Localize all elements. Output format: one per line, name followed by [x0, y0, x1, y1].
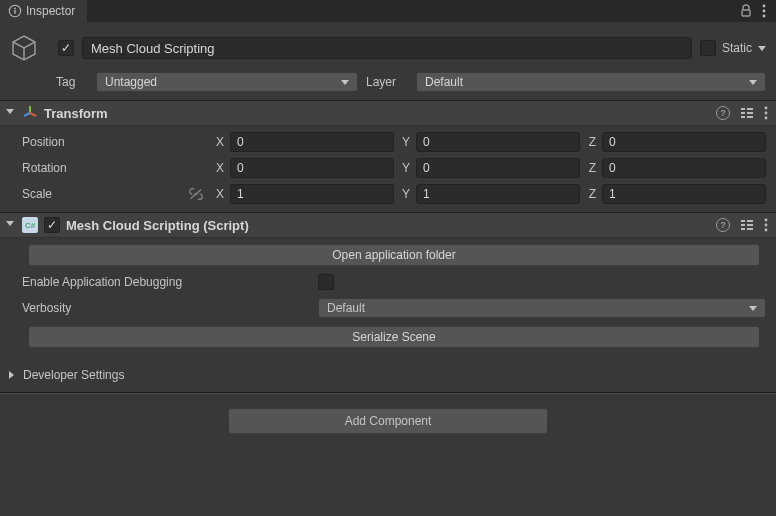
svg-rect-20: [741, 220, 745, 222]
svg-rect-13: [747, 108, 753, 110]
svg-rect-24: [747, 224, 753, 226]
static-dropdown-icon[interactable]: [758, 46, 766, 51]
verbosity-label: Verbosity: [22, 301, 318, 315]
script-enable-checkbox[interactable]: [44, 217, 60, 233]
script-body: Open application folder Enable Applicati…: [0, 238, 776, 358]
layer-value: Default: [425, 75, 463, 89]
script-title: Mesh Cloud Scripting (Script): [66, 218, 710, 233]
scale-row: Scale X Y Z: [22, 184, 766, 204]
tag-dropdown[interactable]: Untagged: [96, 72, 358, 92]
constrain-icon[interactable]: [188, 187, 204, 201]
foldout-icon: [6, 109, 14, 118]
transform-title: Transform: [44, 106, 710, 121]
developer-settings-label: Developer Settings: [23, 368, 124, 382]
footer: Add Component: [0, 393, 776, 448]
scale-label: Scale: [22, 187, 188, 201]
tag-label: Tag: [56, 75, 88, 89]
svg-rect-10: [741, 108, 745, 110]
scale-x-input[interactable]: [230, 184, 394, 204]
foldout-icon: [9, 371, 14, 379]
info-icon: [8, 4, 22, 18]
static-label: Static: [722, 41, 752, 55]
layer-dropdown[interactable]: Default: [416, 72, 766, 92]
svg-point-4: [763, 5, 766, 8]
chevron-down-icon: [749, 80, 757, 85]
preset-icon[interactable]: [740, 106, 754, 120]
svg-point-1: [14, 8, 16, 10]
svg-rect-23: [747, 220, 753, 222]
static-checkbox[interactable]: [700, 40, 716, 56]
tab-bar: Inspector: [0, 0, 776, 22]
csharp-script-icon: C#: [22, 217, 38, 233]
svg-point-16: [765, 107, 768, 110]
gameobject-header: Static Tag Untagged Layer Default: [0, 22, 776, 100]
preset-icon[interactable]: [740, 218, 754, 232]
help-icon[interactable]: ?: [716, 106, 730, 120]
layer-label: Layer: [366, 75, 408, 89]
svg-point-26: [765, 219, 768, 222]
svg-line-8: [30, 113, 36, 116]
svg-rect-21: [741, 224, 745, 226]
inspector-tab[interactable]: Inspector: [0, 0, 88, 22]
svg-rect-22: [741, 228, 745, 230]
enable-debug-checkbox[interactable]: [318, 274, 334, 290]
rotation-row: Rotation X Y Z: [22, 158, 766, 178]
scale-z-input[interactable]: [602, 184, 766, 204]
position-y-input[interactable]: [416, 132, 580, 152]
open-app-folder-button[interactable]: Open application folder: [28, 244, 760, 266]
chevron-down-icon: [341, 80, 349, 85]
svg-rect-25: [747, 228, 753, 230]
svg-point-17: [765, 112, 768, 115]
inspector-tab-label: Inspector: [26, 4, 75, 18]
rotation-y-input[interactable]: [416, 158, 580, 178]
rotation-z-input[interactable]: [602, 158, 766, 178]
lock-icon[interactable]: [740, 4, 752, 18]
svg-point-18: [765, 117, 768, 120]
tag-value: Untagged: [105, 75, 157, 89]
chevron-down-icon: [749, 306, 757, 311]
svg-rect-12: [741, 116, 745, 118]
position-label: Position: [22, 135, 190, 149]
transform-icon: [22, 105, 38, 121]
enable-debug-label: Enable Application Debugging: [22, 275, 318, 289]
help-icon[interactable]: ?: [716, 218, 730, 232]
kebab-icon[interactable]: [764, 106, 768, 120]
serialize-scene-button[interactable]: Serialize Scene: [28, 326, 760, 348]
foldout-icon: [6, 221, 14, 230]
verbosity-dropdown[interactable]: Default: [318, 298, 766, 318]
scale-y-input[interactable]: [416, 184, 580, 204]
position-row: Position X Y Z: [22, 132, 766, 152]
add-component-button[interactable]: Add Component: [228, 408, 548, 434]
position-z-input[interactable]: [602, 132, 766, 152]
svg-point-5: [763, 10, 766, 13]
rotation-label: Rotation: [22, 161, 190, 175]
svg-point-28: [765, 229, 768, 232]
developer-settings-foldout[interactable]: Developer Settings: [0, 358, 776, 393]
transform-header[interactable]: Transform ?: [0, 100, 776, 126]
gameobject-icon[interactable]: [6, 30, 42, 66]
svg-rect-14: [747, 112, 753, 114]
enable-debug-row: Enable Application Debugging: [22, 274, 766, 290]
position-x-input[interactable]: [230, 132, 394, 152]
active-checkbox[interactable]: [58, 40, 74, 56]
svg-rect-3: [742, 10, 750, 16]
name-input[interactable]: [82, 37, 692, 59]
svg-point-27: [765, 224, 768, 227]
rotation-x-input[interactable]: [230, 158, 394, 178]
svg-rect-11: [741, 112, 745, 114]
kebab-icon[interactable]: [764, 218, 768, 232]
svg-rect-15: [747, 116, 753, 118]
transform-body: Position X Y Z Rotation X Y Z Scale: [0, 126, 776, 212]
svg-line-9: [24, 113, 30, 116]
svg-rect-2: [14, 10, 15, 14]
svg-point-6: [763, 15, 766, 18]
script-component-header[interactable]: C# Mesh Cloud Scripting (Script) ?: [0, 212, 776, 238]
verbosity-row: Verbosity Default: [22, 298, 766, 318]
kebab-icon[interactable]: [762, 4, 766, 18]
